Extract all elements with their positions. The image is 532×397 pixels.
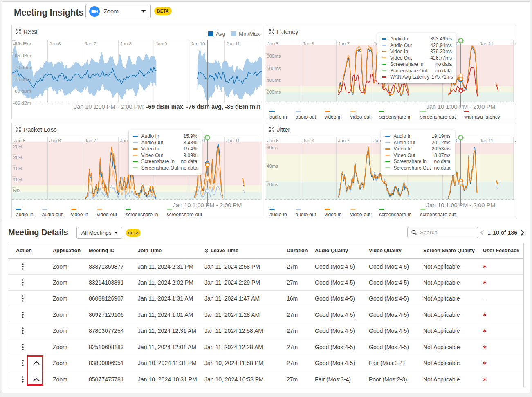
column-header-duration[interactable]: Duration bbox=[287, 243, 315, 258]
legend-item-video-out[interactable]: video-out bbox=[97, 209, 117, 218]
column-header-screen-share-quality[interactable]: Screen Share Quality bbox=[423, 243, 483, 258]
legend-label: audio-out bbox=[42, 212, 63, 218]
feedback-star-icon: * bbox=[483, 328, 487, 336]
tooltip-series-value: no data bbox=[179, 159, 197, 164]
cell-leave-time: Jan 11, 2024 2:58 PM bbox=[204, 258, 287, 274]
legend-item-screenshare-out[interactable]: screenshare-out bbox=[420, 209, 456, 218]
y-tick-label: 25% bbox=[13, 144, 23, 149]
cursor-marker-wan-avg-latency bbox=[459, 89, 463, 92]
legend-swatch-icon bbox=[296, 111, 301, 112]
cell-user-feedback: * bbox=[483, 371, 523, 387]
column-header-leave-time[interactable]: Leave Time bbox=[204, 243, 287, 258]
column-header-join-time[interactable]: Join Time bbox=[138, 243, 204, 258]
legend-item-audio-in[interactable]: audio-in bbox=[269, 111, 287, 119]
legend-item-audio-out[interactable]: audio-out bbox=[296, 111, 316, 119]
legend-item-video-in[interactable]: video-in bbox=[325, 111, 342, 119]
search-input[interactable] bbox=[420, 229, 475, 236]
legend-item-screenshare-out[interactable]: screenshare-out bbox=[167, 209, 202, 218]
table-row: Zoom85077475781Jan 10, 2024 10:31 PMJan … bbox=[8, 371, 523, 387]
row-actions-button[interactable] bbox=[21, 278, 25, 287]
legend-item-screenshare-in[interactable]: screenshare-in bbox=[126, 209, 158, 218]
meetings-filter-value: All Meetings bbox=[81, 230, 112, 236]
rssi-panel: RSSIJan 5Jan 6Jan 7Jan 8Jan 9Jan 10Jan 1… bbox=[11, 25, 262, 119]
tooltip-series-label: Audio In bbox=[390, 36, 408, 42]
column-header-meeting-id[interactable]: Meeting ID bbox=[89, 243, 138, 258]
cell-application: Zoom bbox=[53, 371, 89, 387]
expand-row-button[interactable] bbox=[32, 361, 40, 366]
y-tick-label: -65 dBm bbox=[13, 53, 31, 58]
row-actions-button[interactable] bbox=[21, 262, 25, 271]
cell-screen-share-quality: Not Applicable bbox=[423, 355, 483, 371]
column-header-video-quality[interactable]: Video Quality bbox=[369, 243, 423, 258]
tooltip-series-label: Screenshare In bbox=[394, 159, 427, 164]
row-actions-button[interactable] bbox=[21, 359, 25, 367]
legend-item-audio-out[interactable]: audio-out bbox=[42, 209, 63, 218]
kebab-menu-icon bbox=[22, 360, 24, 366]
legend-label: screenshare-in bbox=[126, 212, 158, 218]
application-select[interactable]: Zoom bbox=[85, 4, 151, 18]
legend-item-min-max[interactable]: Min/Max bbox=[231, 31, 260, 37]
tooltip-series-label: Video Out bbox=[394, 153, 415, 158]
legend-item-video-in[interactable]: video-in bbox=[325, 209, 342, 218]
cell-application: Zoom bbox=[53, 274, 89, 290]
tooltip-series-value: 18.07ms bbox=[429, 153, 450, 158]
legend-label: screenshare-in bbox=[379, 212, 411, 218]
legend-swatch-icon bbox=[464, 111, 469, 112]
meetings-filter-select[interactable]: All Meetings bbox=[76, 227, 122, 239]
legend-item-audio-in[interactable]: audio-in bbox=[269, 209, 287, 218]
column-header-user-feedback[interactable]: User Feedback bbox=[483, 243, 523, 258]
legend-item-video-out[interactable]: video-out bbox=[350, 111, 370, 119]
column-header-audio-quality[interactable]: Audio Quality bbox=[315, 243, 369, 258]
legend-item-video-in[interactable]: video-in bbox=[71, 209, 88, 218]
legend-item-screenshare-out[interactable]: screenshare-out bbox=[420, 111, 456, 119]
cell-audio-quality: Good (Mos:4-5) bbox=[315, 307, 369, 323]
legend-item-audio-out[interactable]: audio-out bbox=[296, 209, 316, 218]
table-row: Zoom86927129106Jan 11, 2024 1:01 AMJan 1… bbox=[8, 307, 523, 323]
column-header-application[interactable]: Application bbox=[53, 243, 89, 258]
cursor-top-marker bbox=[459, 135, 463, 140]
cell-duration: 27m bbox=[287, 307, 315, 323]
row-actions-button[interactable] bbox=[21, 343, 25, 351]
cell-audio-quality: Good (Mos:4-5) bbox=[315, 355, 369, 371]
tooltip-series-value: 15.9% bbox=[181, 133, 197, 139]
cell-screen-share-quality: Not Applicable bbox=[423, 291, 483, 307]
cell-duration: 16m bbox=[287, 291, 315, 307]
tooltip-series-value: no data bbox=[432, 159, 450, 164]
legend-swatch-icon bbox=[16, 209, 21, 210]
column-header-action[interactable]: Action bbox=[8, 243, 53, 258]
cell-screen-share-quality: Not Applicable bbox=[423, 339, 483, 355]
table-row: Zoom83890006951Jan 10, 2024 11:31 PMJan … bbox=[8, 355, 523, 371]
selection-time-label: Jan 10 1:00 PM - 2:00 PM: bbox=[74, 103, 146, 110]
series-color-swatch bbox=[382, 38, 386, 40]
jitter-panel: JitterJan 5Jan 6Jan 7Jan 8Jan 9Jan 10Jan… bbox=[265, 123, 516, 218]
row-actions-button[interactable] bbox=[21, 375, 25, 384]
legend-item-screenshare-in[interactable]: screenshare-in bbox=[379, 209, 411, 218]
legend-item-audio-in[interactable]: audio-in bbox=[16, 209, 34, 218]
expand-row-button[interactable] bbox=[32, 377, 40, 382]
series-color-swatch bbox=[133, 167, 138, 168]
legend-item-avg[interactable]: Avg bbox=[208, 31, 225, 37]
prev-page-button[interactable] bbox=[480, 230, 484, 236]
legend-item-wan-avg-latency[interactable]: wan-avg-latency bbox=[464, 111, 500, 119]
y-tick-label: -70 dBm bbox=[13, 65, 31, 70]
rssi-selection-label: Jan 10 1:00 PM - 2:00 PM: -69 dBm max, -… bbox=[74, 103, 260, 110]
y-tick-label: -85 dBm bbox=[13, 101, 31, 105]
x-tick-label: Jan 5 bbox=[14, 138, 25, 143]
cell-audio-quality: Good (Mos:4-5) bbox=[315, 323, 369, 339]
row-actions-button[interactable] bbox=[21, 294, 25, 303]
legend-item-screenshare-in[interactable]: screenshare-in bbox=[379, 111, 411, 119]
row-actions-button[interactable] bbox=[21, 311, 25, 319]
cell-meeting-id: 82510608183 bbox=[89, 339, 138, 355]
y-tick-label: 20ms bbox=[267, 182, 278, 187]
series-color-swatch bbox=[133, 136, 138, 137]
latency-selection-label: Jan 10 1:00 PM - 2:00 PM bbox=[395, 103, 516, 110]
details-title: Meeting Details bbox=[8, 228, 68, 237]
cell-join-time: Jan 10, 2024 11:31 PM bbox=[138, 355, 204, 371]
x-tick-label: Jan 11 bbox=[480, 138, 494, 143]
cell-screen-share-quality: Not Applicable bbox=[423, 323, 483, 339]
chevron-up-icon bbox=[33, 377, 40, 381]
row-actions-button[interactable] bbox=[21, 327, 25, 335]
next-page-button[interactable] bbox=[521, 230, 525, 236]
legend-item-video-out[interactable]: video-out bbox=[350, 209, 370, 218]
x-tick-label: Jan 12 bbox=[515, 138, 516, 143]
